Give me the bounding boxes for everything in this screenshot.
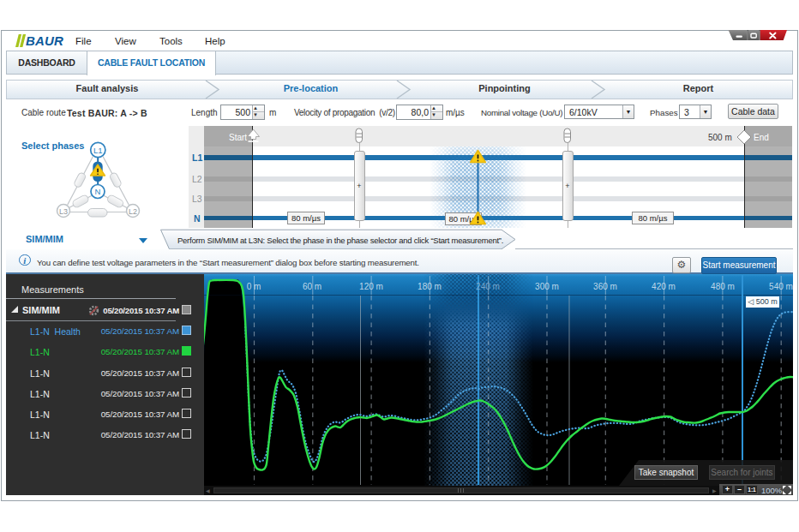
svg-text:L1: L1 <box>93 146 103 155</box>
svg-text:N: N <box>95 187 101 196</box>
svg-text:L2: L2 <box>129 207 137 216</box>
svg-text:L3: L3 <box>59 207 68 216</box>
svg-text:BAUR: BAUR <box>26 33 63 48</box>
